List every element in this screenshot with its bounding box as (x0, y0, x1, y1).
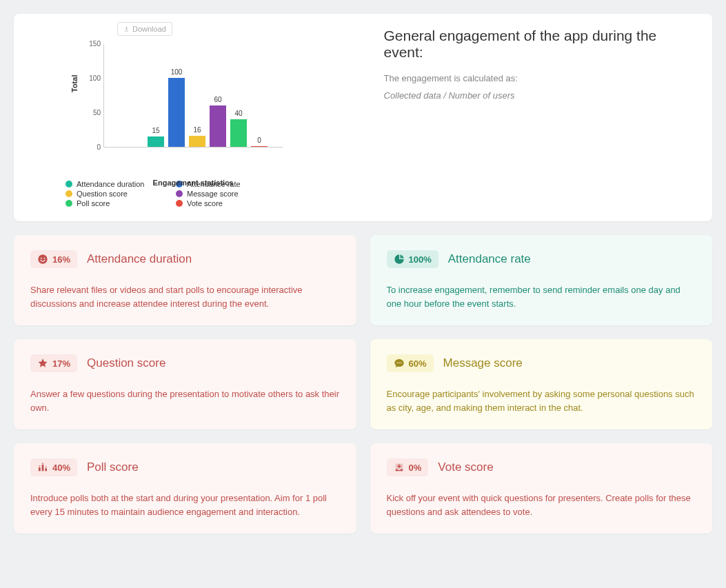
chart-bar-label: 40 (234, 110, 242, 117)
metric-badge: 100% (387, 250, 438, 268)
metric-card: 100%Attendance rateTo increase engagemen… (370, 235, 713, 325)
chart-y-tick: 50 (83, 109, 101, 116)
chart-y-tick: 0 (83, 143, 101, 151)
chart-y-tick: 150 (83, 40, 101, 48)
svg-rect-6 (39, 467, 41, 471)
legend-label: Message score (187, 190, 239, 198)
inbox-icon (394, 462, 405, 473)
chart-bar-label: 60 (214, 96, 221, 103)
legend-dot-icon (176, 190, 183, 197)
metric-badge: 40% (30, 458, 77, 476)
legend-item: Question score (65, 190, 169, 198)
metric-body: Kick off your event with quick questions… (387, 491, 696, 518)
metric-percent: 100% (409, 254, 432, 265)
metrics-grid: 16%Attendance durationShare relevant fil… (14, 235, 712, 534)
metric-body: Encourage participants' involvement by a… (387, 387, 696, 414)
legend-dot-icon (65, 200, 72, 207)
smile-icon (37, 254, 48, 265)
chart-column: Download Total 151001660400 Engagement s… (28, 21, 363, 207)
metric-card: 0%Vote scoreKick off your event with qui… (370, 443, 713, 534)
chart-bar: 60 (210, 105, 226, 147)
chart-bar: 15 (148, 136, 164, 147)
legend-label: Vote score (187, 199, 223, 207)
metric-percent: 60% (409, 358, 427, 369)
legend-label: Poll score (77, 199, 110, 207)
svg-rect-7 (42, 465, 44, 471)
description-column: General engagement of the app during the… (384, 21, 699, 207)
bars-icon (37, 462, 48, 473)
chart-bar-label: 15 (152, 127, 159, 134)
chart-bar: 16 (189, 136, 205, 147)
svg-point-11 (46, 466, 47, 467)
legend-dot-icon (65, 190, 72, 197)
metric-card-header: 0%Vote score (387, 458, 696, 476)
metric-title: Question score (87, 356, 165, 370)
legend-label: Question score (77, 190, 128, 198)
metric-badge: 16% (30, 250, 77, 268)
chart-bar: 100 (168, 78, 185, 147)
metric-card-header: 40%Poll score (30, 458, 340, 476)
svg-point-0 (38, 254, 47, 263)
metric-title: Attendance rate (448, 252, 531, 266)
metric-percent: 0% (409, 463, 422, 473)
metric-card-header: 100%Attendance rate (387, 250, 696, 268)
page-title: General engagement of the app during the… (384, 28, 699, 61)
metric-card: 16%Attendance durationShare relevant fil… (14, 235, 356, 325)
download-label: Download (132, 25, 166, 33)
svg-point-5 (400, 363, 401, 364)
svg-rect-8 (45, 468, 47, 471)
svg-point-10 (42, 463, 43, 464)
legend-item: Message score (176, 190, 279, 198)
engagement-subtitle: The engagement is calculated as: (384, 73, 699, 83)
metric-title: Message score (443, 356, 523, 370)
metric-title: Vote score (438, 460, 493, 474)
metric-title: Poll score (87, 460, 139, 474)
download-icon (123, 25, 130, 33)
legend-item: Poll score (65, 199, 169, 207)
metric-card: 60%Message scoreEncourage participants' … (370, 339, 713, 429)
metric-body: Answer a few questions during the presen… (30, 387, 340, 414)
star-icon (37, 358, 48, 369)
chart-y-tick: 100 (83, 74, 101, 82)
engagement-formula: Collected data / Number of users (384, 90, 699, 101)
metric-card-header: 60%Message score (387, 354, 696, 372)
chat-icon (394, 358, 405, 369)
chart-x-label: Engagement statistics (103, 179, 283, 187)
metric-body: Share relevant files or videos and start… (30, 283, 340, 310)
metric-card: 17%Question scoreAnswer a few questions … (14, 339, 356, 429)
chart-plot: 151001660400 (103, 44, 283, 148)
chart-bar-label: 0 (257, 136, 261, 144)
chart-bar-label: 16 (193, 126, 201, 134)
download-button[interactable]: Download (117, 22, 172, 36)
metric-percent: 40% (52, 463, 70, 473)
svg-point-1 (41, 258, 42, 259)
chart-bar: 40 (230, 119, 247, 147)
metric-title: Attendance duration (87, 252, 192, 266)
metric-card-header: 16%Attendance duration (30, 250, 340, 268)
svg-point-2 (43, 258, 45, 259)
legend-dot-icon (176, 200, 183, 207)
pie-icon (394, 254, 405, 265)
engagement-chart: Total 151001660400 Engagement statistics… (103, 44, 352, 172)
metric-card-header: 17%Question score (30, 354, 340, 372)
metric-body: Introduce polls both at the start and du… (30, 491, 340, 518)
chart-y-label: Total (70, 75, 79, 92)
metric-badge: 0% (387, 458, 429, 476)
metric-body: To increase engagement, remember to send… (387, 283, 696, 310)
svg-point-4 (399, 363, 400, 364)
chart-bar-label: 100 (171, 68, 183, 76)
metric-badge: 60% (387, 354, 434, 372)
engagement-summary-card: Download Total 151001660400 Engagement s… (14, 14, 712, 221)
metric-percent: 17% (52, 358, 70, 369)
metric-percent: 16% (52, 254, 70, 265)
chart-bar: 0 (251, 146, 268, 147)
svg-point-9 (39, 465, 40, 467)
metric-badge: 17% (30, 354, 77, 372)
metric-card: 40%Poll scoreIntroduce polls both at the… (14, 443, 356, 534)
legend-dot-icon (65, 181, 72, 187)
legend-item: Vote score (176, 199, 279, 207)
svg-point-3 (396, 363, 398, 364)
